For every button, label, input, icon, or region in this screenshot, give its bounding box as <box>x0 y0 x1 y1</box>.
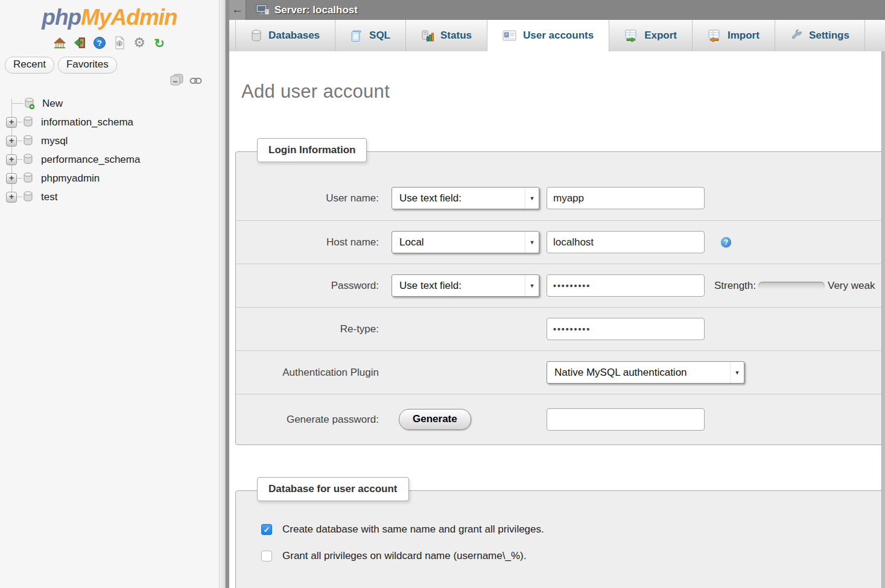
database-icon <box>23 135 33 147</box>
logout-icon[interactable] <box>72 36 87 50</box>
strength-text: Very weak <box>828 280 875 292</box>
logo-myadmin-text: MyAdmin <box>81 5 177 30</box>
status-icon <box>421 30 434 42</box>
docs-icon[interactable]: i <box>112 36 127 50</box>
retype-label: Re-type: <box>236 323 379 335</box>
svg-text:i: i <box>119 41 120 46</box>
link-with-main-panel-icon[interactable] <box>189 75 202 87</box>
help-icon[interactable]: ? <box>92 36 107 50</box>
database-icon <box>23 191 33 203</box>
databases-icon <box>251 30 262 42</box>
expand-plus-icon[interactable]: + <box>6 117 17 128</box>
tree-item-label: performance_schema <box>41 154 140 166</box>
expand-plus-icon[interactable]: + <box>6 192 17 203</box>
tab-sql[interactable]: SQL <box>335 20 406 51</box>
login-information-fieldset: Login Information User name: Use text fi… <box>235 151 885 445</box>
checkbox-label: Grant all privileges on wildcard name (u… <box>282 550 526 562</box>
generate-password-row: Generate password: Generate <box>236 394 885 444</box>
page-title: Add user account <box>241 81 885 103</box>
generated-password-input[interactable] <box>547 408 705 431</box>
strength-meter <box>758 282 825 289</box>
retype-password-input[interactable] <box>547 318 705 340</box>
generate-password-label: Generate password: <box>236 414 379 426</box>
expand-plus-icon[interactable]: + <box>6 154 17 165</box>
username-type-select[interactable]: Use text field: ▼ <box>392 187 539 209</box>
tree-item-label: information_schema <box>41 116 133 128</box>
password-row: Password: Use text field: ▼ Strength: Ve… <box>236 264 885 307</box>
gear-icon[interactable]: ⚙ <box>132 36 147 50</box>
favorites-button[interactable]: Favorites <box>58 57 117 74</box>
strength-label: Strength: <box>714 280 756 292</box>
sidebar-toolbar: ?i⚙↻ <box>0 35 219 51</box>
hostname-input[interactable] <box>547 231 705 253</box>
password-input[interactable] <box>547 274 705 297</box>
sidebar-item-mysql[interactable]: + mysql <box>0 131 219 150</box>
recent-button[interactable]: Recent <box>5 57 54 74</box>
generate-button[interactable]: Generate <box>399 409 471 430</box>
chevron-down-icon: ▼ <box>525 188 539 209</box>
auth-plugin-label: Authentication Plugin <box>236 367 379 379</box>
svg-text:?: ? <box>97 39 102 48</box>
sidebar-resize-divider[interactable] <box>219 0 229 588</box>
password-type-select[interactable]: Use text field: ▼ <box>392 274 539 297</box>
grant-wildcard-checkbox[interactable] <box>261 551 272 561</box>
expand-plus-icon[interactable]: + <box>6 136 17 147</box>
server-icon <box>256 4 270 16</box>
chevron-down-icon: ▼ <box>525 232 539 253</box>
database-new-icon <box>24 98 34 109</box>
create-database-checkbox-row[interactable]: ✓ Create database with same name and gra… <box>261 523 885 536</box>
tab-bar: Databases SQL Status User accounts Expor… <box>229 20 885 51</box>
hostname-type-select[interactable]: Local ▼ <box>392 231 539 253</box>
tab-status[interactable]: Status <box>406 20 487 51</box>
breadcrumb-server[interactable]: Server: localhost <box>274 4 358 16</box>
reload-icon[interactable]: ↻ <box>152 36 167 50</box>
auth-plugin-select[interactable]: Native MySQL authentication ▼ <box>547 361 744 384</box>
sidebar-item-new-database[interactable]: New <box>0 94 219 113</box>
import-icon <box>708 30 721 42</box>
tab-databases[interactable]: Databases <box>235 20 335 51</box>
tree-item-label: New <box>42 98 63 110</box>
checkbox-list: ✓ Create database with same name and gra… <box>236 491 885 562</box>
tab-settings[interactable]: Settings <box>775 20 865 51</box>
password-label: Password: <box>236 280 379 292</box>
sidebar-item-performance-schema[interactable]: + performance_schema <box>0 150 219 169</box>
hostname-help-icon[interactable]: ? <box>721 237 731 247</box>
tab-export[interactable]: Export <box>609 20 693 51</box>
user-accounts-icon <box>503 30 516 41</box>
sidebar-item-phpmyadmin[interactable]: + phpmyadmin <box>0 169 219 188</box>
checkbox-label: Create database with same name and grant… <box>282 523 544 536</box>
tab-import[interactable]: Import <box>693 20 775 51</box>
main-panel: ← Server: localhost Databases SQL Status… <box>229 0 885 588</box>
password-strength: Strength: Very weak <box>714 280 875 292</box>
sidebar-item-test[interactable]: + test <box>0 188 219 206</box>
export-icon <box>624 30 638 42</box>
hostname-label: Host name: <box>236 236 379 248</box>
sidebar-item-information-schema[interactable]: + information_schema <box>0 113 219 131</box>
tree-item-label: test <box>41 191 57 203</box>
hide-sidebar-arrow-button[interactable]: ← <box>229 0 246 20</box>
database-icon <box>23 116 33 128</box>
hostname-row: Host name: Local ▼ ? <box>236 220 885 264</box>
sidebar: phpMyAdmin ?i⚙↻ Recent Favorites New + i… <box>0 0 219 588</box>
tree-item-label: phpmyadmin <box>41 172 100 185</box>
database-for-user-legend: Database for user account <box>257 477 409 501</box>
collapse-all-icon[interactable] <box>170 74 184 89</box>
home-icon[interactable] <box>52 36 67 50</box>
username-input[interactable] <box>547 187 705 209</box>
phpmyadmin-logo[interactable]: phpMyAdmin <box>0 0 219 30</box>
database-list: + information_schema + mysql + performan… <box>0 113 219 206</box>
sql-icon <box>351 30 363 42</box>
tree-item-label: mysql <box>41 135 68 147</box>
chevron-down-icon: ▼ <box>730 362 744 383</box>
create-database-checkbox[interactable]: ✓ <box>261 524 272 535</box>
main-scrollbar[interactable] <box>881 51 885 588</box>
retype-row: Re-type: <box>236 307 885 350</box>
expand-plus-icon[interactable]: + <box>6 173 17 184</box>
database-icon <box>23 172 33 184</box>
database-tree: New + information_schema + mysql + perfo… <box>0 94 219 206</box>
tab-user-accounts[interactable]: User accounts <box>487 20 609 51</box>
auth-plugin-row: Authentication Plugin Native MySQL authe… <box>236 350 885 394</box>
login-information-legend: Login Information <box>257 138 367 162</box>
page-content: Add user account Login Information User … <box>229 81 885 588</box>
grant-wildcard-checkbox-row[interactable]: Grant all privileges on wildcard name (u… <box>261 550 885 562</box>
